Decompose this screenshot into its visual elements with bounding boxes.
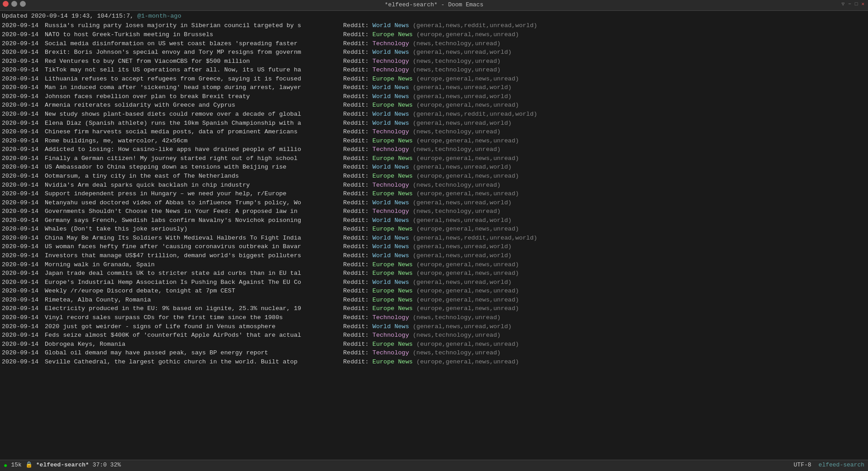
feed-title[interactable]: Vinyl record sales surpass CDs for the f… — [45, 313, 343, 322]
feed-title[interactable]: Social media disinformation on US west c… — [45, 39, 343, 48]
feed-row[interactable]: 2020-09-14 Red Ventures to buy CNET from… — [2, 57, 866, 66]
feed-row[interactable]: 2020-09-14 Global oil demand may have pa… — [2, 349, 866, 358]
feed-title[interactable]: Rome buildings, me, watercolor, 42x56cm — [45, 137, 343, 146]
feed-row[interactable]: 2020-09-14 Whales (Don't take this joke … — [2, 225, 866, 234]
feed-title[interactable]: Seville Cathedral, the largest gothic ch… — [45, 358, 343, 367]
feed-title[interactable]: Weekly /r/europe Discord debate, tonight… — [45, 287, 343, 296]
feed-row[interactable]: 2020-09-14 2020 just got weirder - signs… — [2, 322, 866, 331]
feed-title[interactable]: US woman faces hefty fine after 'causing… — [45, 242, 343, 251]
feed-row[interactable]: 2020-09-14 Elena Diaz (Spanish athlete) … — [2, 119, 866, 128]
feed-row[interactable]: 2020-09-14 Netanyahu used doctored video… — [2, 198, 866, 207]
feed-row[interactable]: 2020-09-14 Morning walk in Granada, Spai… — [2, 260, 866, 269]
feed-row[interactable]: 2020-09-14 Japan trade deal commits UK t… — [2, 269, 866, 278]
feed-row[interactable]: 2020-09-14 US woman faces hefty fine aft… — [2, 242, 866, 251]
source-tags: (europe,general,news,unread) — [416, 297, 519, 303]
feed-row[interactable]: 2020-09-14 Vinyl record sales surpass CD… — [2, 313, 866, 322]
minimize-button[interactable] — [11, 1, 17, 7]
feed-title[interactable]: Support independent press in Hungary – w… — [45, 189, 343, 198]
status-bar: ● 15k 🔒 *elfeed-search* 37:0 32% UTF-8 e… — [0, 460, 868, 471]
source-tags: (news,technology,unread) — [413, 128, 500, 135]
feed-row[interactable]: 2020-09-14 Rimetea, Alba County, Romania… — [2, 296, 866, 305]
feed-source: Reddit: Europe News (europe,general,news… — [343, 189, 519, 198]
feed-title[interactable]: Electricity produced in the EU: 9% based… — [45, 304, 343, 313]
feed-title[interactable]: Lithuania refuses to accept refugees fro… — [45, 75, 343, 84]
source-name: Europe News — [373, 190, 413, 197]
feed-row[interactable]: 2020-09-14 China May Be Arming Its Soldi… — [2, 234, 866, 243]
win-ctrl-1[interactable]: ▽ — [842, 1, 845, 8]
feed-row[interactable]: 2020-09-14 Feds seize almost $400K of 'c… — [2, 331, 866, 340]
feed-title[interactable]: NATO to host Greek-Turkish meeting in Br… — [45, 30, 343, 39]
feed-title[interactable]: Rimetea, Alba County, Romania — [45, 296, 343, 305]
source-label: Reddit: — [343, 297, 373, 303]
feed-row[interactable]: 2020-09-14 Johnson faces rebellion over … — [2, 92, 866, 101]
feed-title[interactable]: Ootmarsum, a tiny city in the east of Th… — [45, 172, 343, 181]
feed-title[interactable]: Elena Diaz (Spanish athlete) runs the 10… — [45, 119, 343, 128]
feed-title[interactable]: Johnson faces rebellion over plan to bre… — [45, 92, 343, 101]
feed-title[interactable]: Europe's Industrial Hemp Association Is … — [45, 278, 343, 287]
feed-title[interactable]: Whales (Don't take this joke seriously) — [45, 225, 343, 234]
feed-row[interactable]: 2020-09-14 Russia's ruling party loses m… — [2, 21, 866, 30]
feed-title[interactable]: Addicted to losing: How casino-like apps… — [45, 145, 343, 154]
feed-row[interactable]: 2020-09-14 Rome buildings, me, watercolo… — [2, 137, 866, 146]
feed-row[interactable]: 2020-09-14 Germany says French, Swedish … — [2, 216, 866, 225]
feed-title[interactable]: Dobrogea Keys, Romania — [45, 340, 343, 349]
win-ctrl-3[interactable]: □ — [855, 1, 858, 8]
feed-title[interactable]: 2020 just got weirder - signs of Life fo… — [45, 322, 343, 331]
feed-title[interactable]: Chinese firm harvests social media posts… — [45, 127, 343, 137]
feed-row[interactable]: 2020-09-14 Electricity produced in the E… — [2, 304, 866, 313]
feed-title[interactable]: US Ambassador to China stepping down as … — [45, 163, 343, 172]
feed-source: Reddit: Europe News (europe,general,news… — [343, 30, 519, 39]
feed-row[interactable]: 2020-09-14 Lithuania refuses to accept r… — [2, 75, 866, 84]
feed-source: Reddit: Technology (news,technology,unre… — [343, 313, 500, 322]
feed-row[interactable]: 2020-09-14 Europe's Industrial Hemp Asso… — [2, 278, 866, 287]
feed-title[interactable]: Man in induced coma after 'sickening' he… — [45, 83, 343, 92]
feed-row[interactable]: 2020-09-14 Seville Cathedral, the larges… — [2, 358, 866, 367]
feed-row[interactable]: 2020-09-14 Finally a German citizen! My … — [2, 154, 866, 163]
win-ctrl-close[interactable]: ✕ — [861, 1, 864, 8]
feed-title[interactable]: Netanyahu used doctored video of Abbas t… — [45, 198, 343, 207]
feed-title[interactable]: Germany says French, Swedish labs confir… — [45, 216, 343, 225]
feed-title[interactable]: Russia's ruling party loses majority in … — [45, 21, 343, 30]
feed-row[interactable]: 2020-09-14 Chinese firm harvests social … — [2, 127, 866, 137]
feed-row[interactable]: 2020-09-14 Addicted to losing: How casin… — [2, 145, 866, 154]
feed-source: Reddit: World News (general,news,reddit,… — [343, 234, 537, 243]
feed-title[interactable]: Finally a German citizen! My journey sta… — [45, 154, 343, 163]
feed-title[interactable]: TikTok may not sell its US operations af… — [45, 66, 343, 75]
feed-row[interactable]: 2020-09-14 TikTok may not sell its US op… — [2, 66, 866, 75]
feed-title[interactable]: New study shows plant-based diets could … — [45, 110, 343, 119]
feed-row[interactable]: 2020-09-14 New study shows plant-based d… — [2, 110, 866, 119]
feed-row[interactable]: 2020-09-14 Governments Shouldn't Choose … — [2, 207, 866, 216]
feed-date: 2020-09-14 — [2, 66, 45, 75]
feed-row[interactable]: 2020-09-14 Nvidia's Arm deal sparks quic… — [2, 181, 866, 190]
feed-row[interactable]: 2020-09-14 Ootmarsum, a tiny city in the… — [2, 172, 866, 181]
feed-row[interactable]: 2020-09-14 Weekly /r/europe Discord deba… — [2, 287, 866, 296]
feed-row[interactable]: 2020-09-14 Investors that manage US$47 t… — [2, 251, 866, 260]
feed-row[interactable]: 2020-09-14 Dobrogea Keys, Romania Reddit… — [2, 340, 866, 349]
feed-title[interactable]: China May Be Arming Its Soldiers With Me… — [45, 234, 343, 243]
close-button[interactable] — [3, 1, 9, 7]
feed-title[interactable]: Investors that manage US$47 trillion, de… — [45, 251, 343, 260]
source-label: Reddit: — [343, 199, 373, 206]
feed-row[interactable]: 2020-09-14 Armenia reiterates solidarity… — [2, 101, 866, 110]
feed-title[interactable]: Red Ventures to buy CNET from ViacomCBS … — [45, 57, 343, 66]
source-label: Reddit: — [343, 49, 373, 56]
feed-row[interactable]: 2020-09-14 Support independent press in … — [2, 189, 866, 198]
feed-title[interactable]: Nvidia's Arm deal sparks quick backlash … — [45, 181, 343, 190]
maximize-button[interactable] — [20, 1, 26, 7]
feed-source: Reddit: Europe News (europe,general,news… — [343, 101, 519, 110]
feed-title[interactable]: Global oil demand may have passed peak, … — [45, 349, 343, 358]
feed-row[interactable]: 2020-09-14 Social media disinformation o… — [2, 39, 866, 48]
feed-title[interactable]: Governments Shouldn't Choose the News in… — [45, 207, 343, 216]
feed-row[interactable]: 2020-09-14 Brexit: Boris Johnson's speci… — [2, 48, 866, 57]
feed-row[interactable]: 2020-09-14 Man in induced coma after 'si… — [2, 83, 866, 92]
feed-date: 2020-09-14 — [2, 75, 45, 84]
feed-title[interactable]: Brexit: Boris Johnson's special envoy an… — [45, 48, 343, 57]
feed-row[interactable]: 2020-09-14 US Ambassador to China steppi… — [2, 163, 866, 172]
feed-row[interactable]: 2020-09-14 NATO to host Greek-Turkish me… — [2, 30, 866, 39]
source-tags: (general,news,reddit,unread,world) — [413, 22, 537, 29]
feed-title[interactable]: Morning walk in Granada, Spain — [45, 260, 343, 269]
feed-title[interactable]: Feds seize almost $400K of 'counterfeit … — [45, 331, 343, 340]
win-ctrl-2[interactable]: − — [848, 1, 851, 8]
feed-title[interactable]: Japan trade deal commits UK to stricter … — [45, 269, 343, 278]
feed-title[interactable]: Armenia reiterates solidarity with Greec… — [45, 101, 343, 110]
